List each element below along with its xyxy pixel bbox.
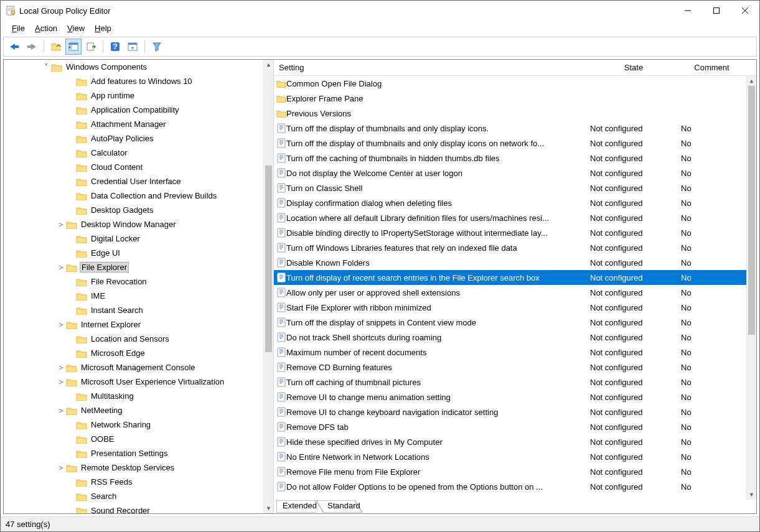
help-button[interactable]: ? [107, 39, 123, 55]
tree-item[interactable]: Windows Components [4, 60, 263, 74]
scroll-up-icon[interactable]: ▲ [747, 76, 756, 86]
tree-item[interactable]: NetMeeting [4, 403, 263, 418]
tree-item[interactable]: OOBE [4, 432, 263, 446]
expander-icon[interactable] [56, 406, 66, 415]
list-setting-row[interactable]: Turn off caching of thumbnail picturesNo… [274, 375, 746, 390]
filter-button[interactable] [149, 39, 165, 55]
tree-item[interactable]: Desktop Gadgets [4, 203, 263, 217]
tab-standard[interactable]: Standard [316, 500, 362, 513]
menu-view[interactable]: View [63, 22, 88, 34]
list-folder-row[interactable]: Previous Versions [274, 106, 746, 121]
list-setting-row[interactable]: Do not allow Folder Options to be opened… [274, 479, 746, 494]
list-setting-row[interactable]: Start File Explorer with ribbon minimize… [274, 300, 746, 315]
up-button[interactable] [48, 39, 64, 55]
tab-extended[interactable]: Extended [276, 500, 322, 513]
tree-item[interactable]: Add features to Windows 10 [4, 74, 263, 88]
tree-item[interactable]: Attachment Manager [4, 117, 263, 131]
tree-item[interactable]: Instant Search [4, 303, 263, 317]
list-setting-row[interactable]: Location where all default Library defin… [274, 210, 746, 225]
expander-icon[interactable] [56, 220, 66, 229]
tree-item[interactable]: AutoPlay Policies [4, 131, 263, 146]
list-setting-row[interactable]: Do not track Shell shortcuts during roam… [274, 330, 746, 345]
tree-item[interactable]: Internet Explorer [4, 317, 263, 332]
scroll-up-icon[interactable]: ▲ [264, 60, 273, 70]
list-setting-row[interactable]: Turn off the display of snippets in Cont… [274, 315, 746, 330]
list-setting-row[interactable]: No Entire Network in Network LocationsNo… [274, 449, 746, 464]
column-state[interactable]: State [590, 63, 672, 72]
list-setting-row[interactable]: Remove CD Burning featuresNot configured… [274, 360, 746, 375]
list-setting-row[interactable]: Turn off Windows Libraries features that… [274, 240, 746, 255]
tree-item[interactable]: Desktop Window Manager [4, 217, 263, 231]
export-list-button[interactable] [83, 39, 99, 55]
policy-icon [274, 482, 286, 492]
tree-item[interactable]: Location and Sensors [4, 332, 263, 346]
expander-icon[interactable] [56, 320, 66, 329]
scroll-thumb[interactable] [265, 166, 272, 352]
tree-item[interactable]: RSS Feeds [4, 475, 263, 489]
scroll-down-icon[interactable]: ▼ [747, 490, 756, 500]
list-setting-row[interactable]: Remove File menu from File ExplorerNot c… [274, 464, 746, 479]
list-setting-row[interactable]: Do not display the Welcome Center at use… [274, 166, 746, 180]
list-folder-row[interactable]: Common Open File Dialog [274, 76, 746, 91]
expander-icon[interactable] [56, 378, 66, 386]
list-setting-row[interactable]: Turn off the display of thumbnails and o… [274, 136, 746, 151]
tree-item[interactable]: Digital Locker [4, 231, 263, 246]
tree-item[interactable]: Search [4, 489, 263, 503]
forward-button[interactable] [24, 39, 40, 55]
folder-icon [76, 306, 87, 315]
minimize-button[interactable] [673, 1, 702, 21]
list-setting-row[interactable]: Hide these specified drives in My Comput… [274, 434, 746, 449]
close-button[interactable] [731, 1, 759, 21]
expander-icon[interactable] [56, 464, 66, 472]
list-setting-row[interactable]: Turn off display of recent search entrie… [274, 270, 746, 285]
tree-item[interactable]: Application Compatibility [4, 103, 263, 117]
list-setting-row[interactable]: Turn on Classic ShellNot configuredNo [274, 180, 746, 195]
tree-item[interactable]: Remote Desktop Services [4, 460, 263, 475]
tree-item[interactable]: Microsoft User Experience Virtualization [4, 375, 263, 389]
back-button[interactable] [6, 39, 22, 55]
tree-item[interactable]: File Revocation [4, 274, 263, 289]
tree-scroll[interactable]: Windows ComponentsAdd features to Window… [4, 60, 273, 513]
menu-help[interactable]: Help [91, 22, 115, 34]
expander-icon[interactable] [56, 263, 66, 272]
show-hide-tree-button[interactable] [65, 39, 82, 55]
list-setting-row[interactable]: Allow only per user or approved shell ex… [274, 285, 746, 300]
list-setting-row[interactable]: Turn off the display of thumbnails and o… [274, 121, 746, 136]
tree-item[interactable]: Cloud Content [4, 160, 263, 174]
tree-item[interactable]: App runtime [4, 88, 263, 103]
list-setting-row[interactable]: Display confirmation dialog when deletin… [274, 195, 746, 210]
list-scrollbar[interactable]: ▲ ▼ [746, 76, 756, 500]
tree-item[interactable]: Credential User Interface [4, 174, 263, 189]
list-folder-row[interactable]: Explorer Frame Pane [274, 91, 746, 106]
maximize-button[interactable] [702, 1, 731, 21]
menu-file[interactable]: File [8, 22, 29, 34]
tree-item[interactable]: Calculator [4, 146, 263, 160]
properties-button[interactable] [124, 39, 141, 55]
list-body[interactable]: Common Open File DialogExplorer Frame Pa… [274, 76, 756, 500]
expander-icon[interactable] [56, 363, 66, 372]
tree-item[interactable]: IME [4, 289, 263, 303]
scroll-thumb[interactable] [748, 86, 755, 335]
tree-item[interactable]: Sound Recorder [4, 503, 263, 513]
tree-item[interactable]: Microsoft Management Console [4, 360, 263, 375]
list-setting-row[interactable]: Turn off the caching of thumbnails in hi… [274, 151, 746, 166]
menu-action[interactable]: Action [31, 22, 61, 34]
tree-item[interactable]: Data Collection and Preview Builds [4, 189, 263, 203]
list-setting-row[interactable]: Remove UI to change keyboard navigation … [274, 404, 746, 419]
scroll-down-icon[interactable]: ▼ [264, 503, 273, 513]
tree-item[interactable]: Network Sharing [4, 418, 263, 432]
tree-scrollbar[interactable]: ▲ ▼ [263, 60, 273, 513]
list-setting-row[interactable]: Remove DFS tabNot configuredNo [274, 419, 746, 434]
tree-item[interactable]: Multitasking [4, 389, 263, 403]
tree-item[interactable]: Microsoft Edge [4, 346, 263, 360]
expander-icon[interactable] [41, 63, 51, 72]
list-setting-row[interactable]: Maximum number of recent documentsNot co… [274, 345, 746, 360]
list-setting-row[interactable]: Remove UI to change menu animation setti… [274, 390, 746, 404]
tree-item[interactable]: Edge UI [4, 246, 263, 260]
tree-item[interactable]: File Explorer [4, 260, 263, 274]
column-comment[interactable]: Comment [672, 63, 746, 72]
list-setting-row[interactable]: Disable Known FoldersNot configuredNo [274, 255, 746, 270]
tree-item[interactable]: Presentation Settings [4, 446, 263, 460]
list-setting-row[interactable]: Disable binding directly to IPropertySet… [274, 225, 746, 240]
column-setting[interactable]: Setting [274, 63, 590, 72]
